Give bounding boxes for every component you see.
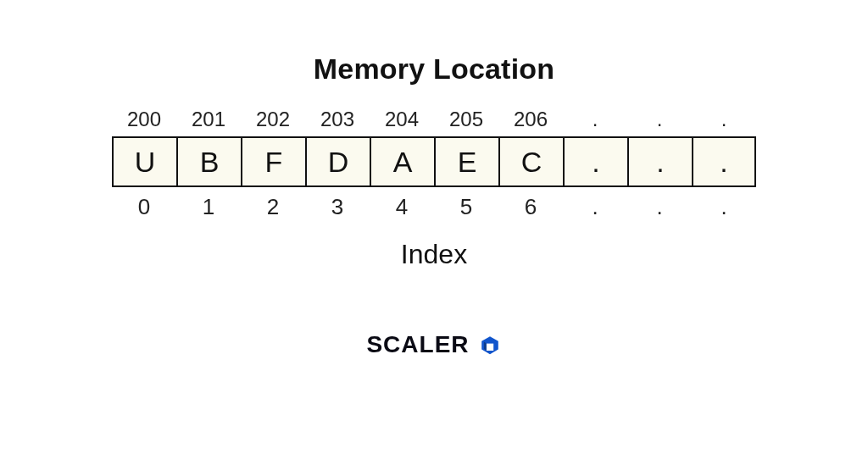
cube-icon xyxy=(478,333,502,357)
address-cell: 205 xyxy=(434,108,498,136)
value-row: U B F D A E C . . . xyxy=(112,136,756,187)
value-cell: F xyxy=(241,136,305,187)
index-cell: 1 xyxy=(176,187,241,220)
value-cell: E xyxy=(434,136,498,187)
address-cell: 203 xyxy=(305,108,370,136)
value-cell: B xyxy=(176,136,241,187)
address-cell: 204 xyxy=(370,108,434,136)
brand-logo: SCALER xyxy=(366,331,501,358)
address-cell: . xyxy=(563,108,627,136)
index-cell: 5 xyxy=(434,187,498,220)
value-cell: A xyxy=(370,136,434,187)
index-cell: 0 xyxy=(112,187,176,220)
index-cell: . xyxy=(563,187,627,220)
index-cell: 4 xyxy=(370,187,434,220)
index-cell: 3 xyxy=(305,187,370,220)
diagram-container: Memory Location 200 201 202 203 204 205 … xyxy=(0,0,868,476)
address-cell: 202 xyxy=(241,108,305,136)
address-cell: 206 xyxy=(498,108,563,136)
index-label: Index xyxy=(401,239,467,270)
address-cell: . xyxy=(692,108,756,136)
address-cell: 200 xyxy=(112,108,176,136)
address-cell: . xyxy=(627,108,692,136)
memory-table: 200 201 202 203 204 205 206 . . . U B F … xyxy=(112,108,756,220)
value-cell: . xyxy=(692,136,756,187)
address-cell: 201 xyxy=(176,108,241,136)
brand-text: SCALER xyxy=(366,331,469,358)
index-cell: . xyxy=(692,187,756,220)
value-cell: D xyxy=(305,136,370,187)
index-row: 0 1 2 3 4 5 6 . . . xyxy=(112,187,756,220)
value-cell: U xyxy=(112,136,176,187)
page-title: Memory Location xyxy=(314,53,554,86)
value-cell: . xyxy=(627,136,692,187)
value-cell: C xyxy=(498,136,563,187)
index-cell: 6 xyxy=(498,187,563,220)
index-cell: . xyxy=(627,187,692,220)
value-cell: . xyxy=(563,136,627,187)
address-row: 200 201 202 203 204 205 206 . . . xyxy=(112,108,756,136)
index-cell: 2 xyxy=(241,187,305,220)
